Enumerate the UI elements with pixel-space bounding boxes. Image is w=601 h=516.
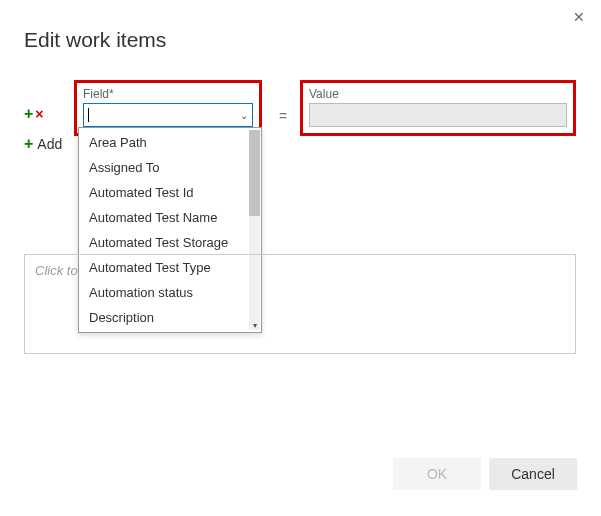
dropdown-item[interactable]: Automated Test Id	[79, 180, 261, 205]
ok-button[interactable]: OK	[393, 458, 481, 490]
value-label: Value	[309, 87, 567, 101]
plus-icon: +	[24, 136, 33, 152]
text-cursor	[88, 108, 89, 122]
equals-sign: =	[279, 108, 287, 124]
scrollbar-thumb[interactable]	[249, 130, 260, 216]
add-new-clause-button[interactable]: + Add	[24, 136, 62, 152]
value-input[interactable]	[309, 103, 567, 127]
field-label: Field*	[83, 87, 253, 101]
dialog-title: Edit work items	[24, 28, 166, 52]
dropdown-item[interactable]: Automated Test Name	[79, 205, 261, 230]
field-combobox[interactable]: ⌄	[83, 103, 253, 127]
chevron-down-icon[interactable]: ⌄	[240, 110, 248, 121]
dialog-footer: OK Cancel	[393, 458, 577, 490]
dropdown-item[interactable]: Automated Test Storage	[79, 230, 261, 255]
close-icon[interactable]: ✕	[573, 10, 585, 24]
add-new-clause-label: Add	[37, 136, 62, 152]
dropdown-item[interactable]: Assigned To	[79, 155, 261, 180]
comment-textarea[interactable]: Click to	[24, 254, 576, 354]
cancel-button[interactable]: Cancel	[489, 458, 577, 490]
add-row-icon[interactable]: +	[24, 106, 33, 122]
comment-placeholder: Click to	[35, 263, 78, 278]
value-group: Value	[300, 80, 576, 136]
remove-row-icon[interactable]: ×	[35, 107, 43, 121]
dropdown-item[interactable]: Area Path	[79, 130, 261, 155]
